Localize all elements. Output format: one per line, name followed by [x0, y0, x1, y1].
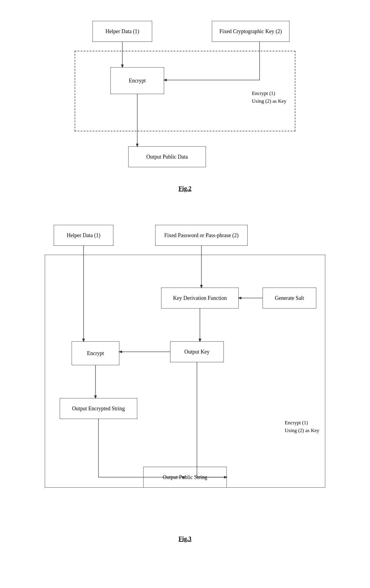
fig2-helper-data-label: Helper Data (1)	[106, 28, 139, 35]
fig3-helper-data-box: Helper Data (1)	[54, 225, 113, 246]
fig3-output-pub-box: Output Public String	[143, 467, 227, 488]
fig3-helper-data-label: Helper Data (1)	[67, 232, 101, 239]
fig2-container: Helper Data (1) Fixed Cryptographic Key …	[18, 12, 352, 192]
fig3-label-line1: Encrypt (1)	[285, 419, 319, 427]
fig3-output-key-label: Output Key	[184, 349, 210, 355]
fig3-gen-salt-label: Generate Salt	[275, 295, 304, 301]
fig3-label-line2: Using (2) as Key	[285, 427, 319, 435]
fig3-fixed-pw-box: Fixed Password or Pass-phrase (2)	[155, 225, 248, 246]
fig2-inner-label: Encrypt (1) Using (2) as Key	[252, 90, 286, 105]
fig2-encrypt-box: Encrypt	[110, 67, 164, 94]
fig3-output-key-box: Output Key	[170, 341, 224, 362]
fig3-diagram: Helper Data (1) Fixed Password or Pass-p…	[42, 216, 328, 529]
fig2-output-public-label: Output Public Data	[147, 154, 188, 160]
fig2-fixed-key-box: Fixed Cryptographic Key (2)	[212, 21, 289, 42]
fig2-diagram: Helper Data (1) Fixed Cryptographic Key …	[63, 12, 307, 179]
fig3-gen-salt-box: Generate Salt	[263, 288, 316, 308]
fig3-caption: Fig.3	[179, 535, 192, 542]
fig2-fixed-key-label: Fixed Cryptographic Key (2)	[219, 28, 282, 35]
page: Helper Data (1) Fixed Cryptographic Key …	[0, 0, 370, 588]
fig3-kdf-box: Key Derivation Function	[161, 288, 239, 308]
fig3-fixed-pw-label: Fixed Password or Pass-phrase (2)	[164, 232, 239, 239]
fig3-container: Helper Data (1) Fixed Password or Pass-p…	[18, 216, 352, 542]
fig2-helper-data-box: Helper Data (1)	[92, 21, 152, 42]
fig3-encrypt-label: Encrypt	[87, 350, 104, 357]
fig2-output-public-box: Output Public Data	[128, 146, 206, 167]
fig3-output-enc-box: Output Encrypted String	[60, 398, 137, 419]
fig2-caption: Fig.2	[179, 185, 192, 192]
fig3-encrypt-label-text: Encrypt (1) Using (2) as Key	[285, 419, 319, 434]
fig2-encrypt-label: Encrypt	[129, 78, 146, 84]
fig3-kdf-label: Key Derivation Function	[173, 295, 227, 301]
fig3-output-pub-label: Output Public String	[163, 474, 207, 480]
fig2-label-line1: Encrypt (1) Using (2) as Key	[252, 90, 286, 104]
fig3-encrypt-box: Encrypt	[72, 341, 119, 365]
fig3-output-enc-label: Output Encrypted String	[72, 406, 125, 412]
